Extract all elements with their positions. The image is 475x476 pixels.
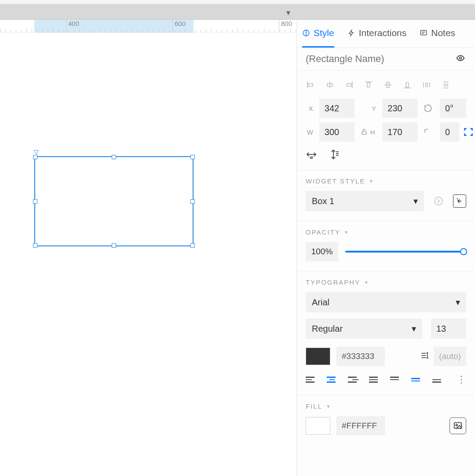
ribbon-strip: ▾ [0, 4, 475, 20]
resize-handle-br[interactable] [190, 243, 195, 248]
text-align-center-icon[interactable] [327, 374, 337, 385]
align-top-icon[interactable] [364, 80, 373, 90]
collapse-icon[interactable]: ▼ [369, 179, 374, 184]
widget-style-select[interactable]: Box 1 ▾ [306, 191, 424, 211]
typography-section: TYPOGRAPHY▼ Arial ▾ Regular ▾ (auto) [297, 271, 475, 395]
tab-notes[interactable]: Notes [420, 20, 455, 48]
chevron-down-icon: ▾ [412, 323, 416, 334]
line-height-value[interactable]: (auto) [434, 347, 466, 366]
autofit-width-icon[interactable] [306, 149, 317, 160]
x-input[interactable] [319, 99, 354, 118]
svg-rect-23 [362, 132, 366, 134]
font-family-value: Arial [312, 297, 329, 308]
svg-rect-6 [308, 84, 313, 86]
slider-thumb[interactable] [460, 248, 467, 255]
text-align-right-icon[interactable] [348, 374, 358, 385]
x-label: X [306, 105, 313, 112]
text-color-swatch[interactable] [306, 348, 330, 365]
expand-corners-icon[interactable] [463, 126, 474, 138]
svg-rect-1 [421, 30, 427, 35]
chevron-down-icon: ▾ [413, 196, 418, 206]
opacity-section: OPACITY▼ 100% [297, 221, 475, 271]
fill-section: FILL▼ [297, 395, 475, 445]
tab-notes-label: Notes [431, 28, 455, 38]
align-middle-v-icon[interactable] [383, 80, 393, 90]
design-canvas[interactable]: ▽ [0, 33, 296, 476]
widget-style-value: Box 1 [312, 196, 334, 206]
resize-handle-bc[interactable] [112, 243, 116, 248]
font-weight-select[interactable]: Regular ▾ [306, 319, 422, 339]
resize-handle-bl[interactable] [33, 243, 37, 248]
aspect-lock-icon[interactable] [361, 128, 368, 136]
font-family-select[interactable]: Arial ▾ [306, 292, 466, 312]
opacity-slider[interactable] [345, 247, 466, 256]
svg-rect-22 [444, 84, 448, 86]
inspector-tabs: Style Interactions Notes [297, 20, 475, 48]
tab-style-label: Style [314, 28, 334, 38]
tab-style[interactable]: Style [302, 20, 334, 48]
slider-track [345, 251, 466, 253]
widget-style-header: WIDGET STYLE [306, 177, 365, 185]
y-input[interactable] [382, 99, 417, 118]
style-icon [302, 29, 310, 37]
widget-style-section: WIDGET STYLE▼ Box 1 ▾ [297, 170, 475, 221]
resize-handle-tc[interactable] [112, 155, 116, 159]
inspector-panel: Style Interactions Notes [296, 20, 475, 476]
width-input[interactable] [319, 122, 354, 142]
text-color-hex-input[interactable] [336, 347, 385, 366]
resize-handle-mr[interactable] [190, 199, 195, 204]
resize-handle-ml[interactable] [33, 199, 37, 204]
corner-radius-icon [424, 128, 434, 136]
text-valign-bottom-icon[interactable] [432, 374, 443, 385]
svg-point-4 [460, 57, 462, 59]
text-valign-middle-icon[interactable] [411, 374, 422, 385]
h-label: H [370, 128, 375, 136]
text-align-justify-icon[interactable] [369, 374, 380, 385]
fill-image-icon[interactable] [449, 417, 466, 434]
collapse-icon[interactable]: ▼ [344, 230, 350, 235]
resize-handle-tr[interactable] [190, 155, 195, 159]
collapse-icon[interactable]: ▼ [364, 280, 369, 285]
notes-icon [420, 29, 428, 37]
font-weight-value: Regular [312, 324, 343, 334]
autofit-height-icon[interactable] [329, 149, 341, 160]
opacity-value[interactable]: 100% [306, 242, 338, 261]
widget-name-input[interactable] [306, 53, 455, 65]
selected-rectangle[interactable]: ▽ [34, 156, 194, 246]
font-size-input[interactable] [431, 319, 466, 339]
ruler-mark: 400 [66, 20, 79, 33]
align-right-icon[interactable] [344, 80, 354, 90]
fill-color-hex-input[interactable] [336, 416, 385, 436]
move-indicator-icon: ▽ [34, 148, 39, 155]
svg-rect-12 [367, 83, 370, 87]
canvas-panel: 400 600 800 ▽ [0, 20, 296, 476]
text-align-left-icon[interactable] [306, 374, 316, 385]
distribute-v-icon[interactable] [441, 80, 451, 90]
create-style-icon[interactable] [453, 194, 466, 208]
chevron-down-icon: ▾ [456, 297, 460, 308]
y-label: Y [361, 105, 376, 112]
align-center-h-icon[interactable] [325, 80, 335, 90]
align-bottom-icon[interactable] [402, 80, 412, 90]
apply-style-icon[interactable] [432, 194, 445, 208]
ribbon-dropdown-icon[interactable]: ▾ [286, 8, 290, 18]
tab-interactions[interactable]: Interactions [347, 20, 407, 48]
rotation-input[interactable] [440, 99, 466, 118]
height-input[interactable] [382, 122, 417, 142]
visibility-toggle-icon[interactable] [455, 54, 466, 64]
distribute-h-icon[interactable] [422, 80, 431, 90]
horizontal-ruler[interactable]: 400 600 800 [0, 20, 296, 33]
line-height-icon [420, 351, 429, 362]
fill-color-swatch[interactable] [306, 417, 330, 435]
fill-header: FILL [306, 403, 322, 410]
svg-point-37 [456, 424, 457, 426]
text-valign-top-icon[interactable] [390, 374, 401, 385]
svg-rect-16 [406, 83, 409, 87]
svg-rect-10 [347, 84, 351, 86]
radius-input[interactable] [440, 122, 459, 142]
resize-handle-tl[interactable] [33, 155, 37, 159]
rotation-icon [424, 104, 434, 113]
typography-more-icon[interactable]: ⋮ [457, 374, 466, 385]
align-left-icon[interactable] [306, 80, 315, 90]
collapse-icon[interactable]: ▼ [326, 404, 332, 409]
